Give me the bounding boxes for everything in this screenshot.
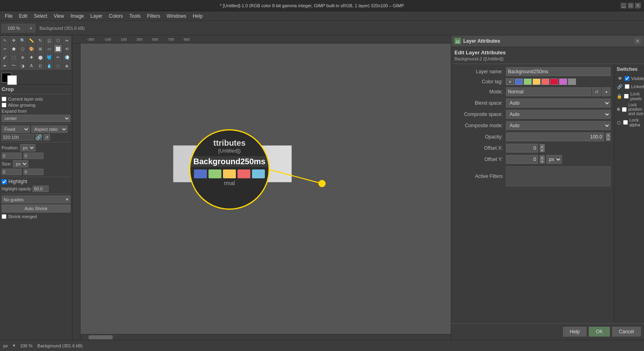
size-chain-btn[interactable]: 🔗 (35, 134, 42, 140)
composite-mode-select[interactable]: Auto (506, 121, 611, 130)
help-button[interactable]: Help (563, 327, 587, 337)
tool-pointer[interactable]: ↖ (1, 36, 9, 44)
color-tag-none[interactable]: ✕ (506, 78, 514, 85)
scrollbar-thumb[interactable] (89, 335, 113, 339)
tool-sharpen[interactable]: ◈ (63, 62, 71, 70)
tool-zoom[interactable]: 🔍 (19, 36, 27, 44)
color-tag-green[interactable] (524, 78, 532, 85)
tool-bucket[interactable]: 🪣 (45, 53, 53, 61)
tool-ink[interactable]: ✒ (1, 62, 9, 70)
maximize-button[interactable]: □ (628, 3, 634, 8)
toolbar-x-icon[interactable]: × (27, 24, 35, 33)
lock-position-checkbox[interactable] (622, 107, 627, 112)
auto-shrink-button[interactable]: Auto Shrink (2, 204, 70, 213)
menu-tools[interactable]: Tools (126, 12, 144, 20)
mode-select[interactable]: Normal (506, 87, 591, 96)
tool-rect-select[interactable]: ▭ (45, 45, 53, 53)
fixed-select[interactable]: Fixed (2, 126, 30, 133)
tool-free-select[interactable]: ⬟ (10, 45, 18, 53)
tool-fuzzy-select[interactable]: ⬠ (19, 45, 27, 53)
allow-growing-checkbox[interactable] (2, 103, 6, 107)
opacity-increment-button[interactable]: ▲ (606, 133, 611, 137)
offset-unit-select[interactable]: px (546, 155, 562, 164)
tool-paths[interactable]: ⟨⟩ (36, 62, 44, 70)
position-x-input[interactable] (2, 153, 22, 159)
size-unit-select[interactable]: px (13, 160, 28, 167)
tool-heal[interactable]: ✚ (27, 53, 35, 61)
tool-perspective[interactable]: ⬡ (54, 36, 62, 44)
tool-dodge[interactable]: ◑ (19, 62, 27, 70)
tool-rotate[interactable]: ↻ (36, 36, 44, 44)
menu-layer[interactable]: Layer (87, 12, 106, 20)
position-y-input[interactable] (23, 153, 43, 159)
color-tag-red[interactable] (541, 78, 549, 85)
tool-shear[interactable]: ◱ (45, 36, 53, 44)
opacity-decrement-button[interactable]: ▼ (606, 137, 611, 141)
aspect-ratio-select[interactable]: Aspect ratio (31, 126, 68, 133)
opacity-input[interactable] (506, 132, 604, 141)
menu-colors[interactable]: Colors (106, 12, 126, 20)
menu-view[interactable]: View (50, 12, 67, 20)
background-color[interactable] (7, 75, 17, 85)
canvas-content[interactable]: ttributes [Untitled]) Background250ms rm… (80, 43, 451, 340)
lock-alpha-checkbox[interactable] (623, 120, 628, 125)
tool-smudge[interactable]: 〜 (10, 62, 18, 70)
menu-select[interactable]: Select (31, 12, 50, 20)
size-value-input[interactable]: 320:100 (2, 134, 34, 140)
composite-space-select[interactable]: Auto (506, 110, 611, 119)
blend-space-select[interactable]: Auto (506, 99, 611, 107)
tool-crop[interactable]: ⬜ (54, 45, 62, 53)
minimize-button[interactable]: _ (621, 3, 626, 8)
highlight-checkbox[interactable] (2, 179, 7, 184)
size-y-input[interactable] (23, 169, 43, 175)
menu-windows[interactable]: Windows (163, 12, 190, 20)
tool-flip[interactable]: ⇔ (63, 36, 71, 44)
expand-from-select[interactable]: center edges (2, 115, 70, 122)
mode-arrow-button[interactable]: ▾ (602, 87, 611, 96)
tool-measure[interactable]: 📏 (27, 36, 35, 44)
tool-transform[interactable]: ⟲ (63, 45, 71, 53)
linked-checkbox[interactable] (625, 84, 630, 89)
offset-y-decrement-button[interactable]: ▼ (540, 159, 545, 163)
tool-by-color[interactable]: 🎨 (27, 45, 35, 53)
tool-colorpick[interactable]: 💧 (45, 62, 53, 70)
guides-dropdown[interactable]: No guides ▾ (2, 196, 70, 203)
visible-checkbox[interactable] (625, 76, 630, 81)
tool-clone[interactable]: ⊕ (19, 53, 27, 61)
close-button[interactable]: × (635, 3, 641, 8)
offset-x-input[interactable] (506, 144, 538, 153)
menu-file[interactable]: File (2, 12, 16, 20)
offset-y-input[interactable] (506, 155, 538, 164)
offset-y-increment-button[interactable]: ▲ (540, 155, 545, 159)
tool-blur[interactable]: ◌ (54, 62, 62, 70)
tool-scissors[interactable]: ✂ (1, 45, 9, 53)
mode-reset-button[interactable]: ↺ (592, 87, 601, 96)
cancel-button[interactable]: Cancel (612, 327, 641, 337)
menu-help[interactable]: Help (190, 12, 206, 20)
color-tag-yellow[interactable] (533, 78, 541, 85)
highlight-opacity-input[interactable] (33, 186, 49, 192)
tool-text[interactable]: A (27, 62, 35, 70)
tool-pencil[interactable]: ✏ (54, 53, 62, 61)
menu-filters[interactable]: Filters (144, 12, 163, 20)
tool-paint[interactable]: 🖌 (1, 53, 9, 61)
shrink-merged-checkbox[interactable] (2, 214, 6, 219)
menu-edit[interactable]: Edit (16, 12, 31, 20)
tool-gradient[interactable]: ⬤ (36, 53, 44, 61)
color-tag-crimson[interactable] (550, 78, 558, 85)
color-tag-purple[interactable] (559, 78, 567, 85)
offset-x-increment-button[interactable]: ▲ (540, 144, 545, 148)
offset-x-decrement-button[interactable]: ▼ (540, 148, 545, 152)
color-tag-gray[interactable] (568, 78, 576, 85)
dialog-close-button[interactable]: × (634, 38, 641, 44)
lock-pixels-checkbox[interactable] (624, 94, 629, 99)
tool-align[interactable]: ⊞ (36, 45, 44, 53)
ok-button[interactable]: OK (589, 327, 609, 337)
tool-airbrush[interactable]: 💨 (63, 53, 71, 61)
size-reset-btn[interactable]: ↺ (43, 134, 50, 140)
tool-eraser[interactable]: ⬚ (10, 53, 18, 61)
horizontal-scrollbar[interactable] (80, 334, 451, 340)
current-layer-only-checkbox[interactable] (2, 97, 6, 101)
tool-move[interactable]: ✜ (10, 36, 18, 44)
menu-image[interactable]: Image (67, 12, 87, 20)
